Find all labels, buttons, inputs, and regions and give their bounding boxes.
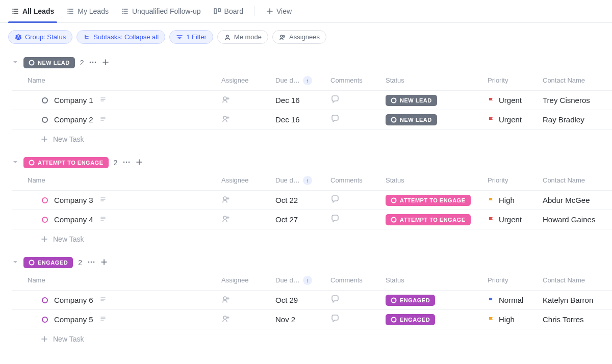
description-icon[interactable] xyxy=(99,196,107,204)
group-add-task-button[interactable] xyxy=(102,59,109,67)
status-pill[interactable]: NEW LEAD xyxy=(23,57,75,68)
col-contact[interactable]: Contact Name xyxy=(543,176,612,184)
table-row[interactable]: Company 2 Dec 16 NEW LEAD Urgent Ray Bra… xyxy=(12,110,612,129)
group-more-button[interactable] xyxy=(89,58,97,68)
due-date[interactable]: Dec 16 xyxy=(275,96,330,105)
col-name[interactable]: Name xyxy=(28,76,221,84)
priority-cell[interactable]: Urgent xyxy=(488,115,543,124)
sort-asc-icon[interactable]: ↑ xyxy=(303,276,312,285)
col-contact[interactable]: Contact Name xyxy=(543,76,612,84)
group-more-button[interactable] xyxy=(122,158,131,168)
due-date[interactable]: Oct 29 xyxy=(275,296,330,304)
col-assignee[interactable]: Assignee xyxy=(221,176,275,184)
status-dot-icon[interactable] xyxy=(41,96,49,105)
new-task-button[interactable]: New Task xyxy=(28,335,221,343)
col-status[interactable]: Status xyxy=(386,276,488,284)
contact-name[interactable]: Abdur McGee xyxy=(543,196,612,204)
description-icon[interactable] xyxy=(99,215,107,224)
comments-cell[interactable] xyxy=(330,195,386,205)
me-mode-chip[interactable]: Me mode xyxy=(217,30,268,44)
col-comments[interactable]: Comments xyxy=(330,276,386,284)
comments-cell[interactable] xyxy=(330,95,386,106)
col-priority[interactable]: Priority xyxy=(488,76,543,84)
task-name[interactable]: Company 3 xyxy=(54,196,93,204)
new-task-button[interactable]: New Task xyxy=(28,135,221,143)
col-status[interactable]: Status xyxy=(386,176,488,184)
new-task-button[interactable]: New Task xyxy=(28,235,221,243)
task-name[interactable]: Company 5 xyxy=(54,315,93,324)
due-date[interactable]: Dec 16 xyxy=(275,115,330,124)
contact-name[interactable]: Chris Torres xyxy=(543,315,612,324)
group-chip[interactable]: Group: Status xyxy=(8,30,72,44)
description-icon[interactable] xyxy=(99,115,107,124)
col-contact[interactable]: Contact Name xyxy=(543,276,612,284)
comments-cell[interactable] xyxy=(330,314,386,325)
priority-cell[interactable]: Normal xyxy=(488,296,543,304)
col-name[interactable]: Name xyxy=(28,176,221,184)
status-cell[interactable]: NEW LEAD xyxy=(386,95,488,106)
contact-name[interactable]: Howard Gaines xyxy=(543,215,612,224)
comments-cell[interactable] xyxy=(330,214,386,225)
task-name[interactable]: Company 4 xyxy=(54,215,93,224)
priority-cell[interactable]: Urgent xyxy=(488,96,543,105)
comments-cell[interactable] xyxy=(330,114,386,125)
group-add-task-button[interactable] xyxy=(100,258,108,267)
assignee-cell[interactable] xyxy=(221,314,275,325)
collapse-toggle[interactable] xyxy=(12,159,18,167)
priority-cell[interactable]: High xyxy=(488,196,543,204)
col-name[interactable]: Name xyxy=(28,276,221,284)
status-cell[interactable]: ATTEMPT TO ENGAGE xyxy=(386,195,488,206)
status-cell[interactable]: NEW LEAD xyxy=(386,114,488,125)
status-cell[interactable]: ENGAGED xyxy=(386,314,488,325)
assignee-cell[interactable] xyxy=(221,114,275,125)
due-date[interactable]: Oct 27 xyxy=(275,215,330,224)
priority-cell[interactable]: High xyxy=(488,315,543,324)
assignee-cell[interactable] xyxy=(221,195,275,205)
contact-name[interactable]: Trey Cisneros xyxy=(543,96,612,105)
col-assignee[interactable]: Assignee xyxy=(221,276,275,284)
status-cell[interactable]: ENGAGED xyxy=(386,295,488,306)
sort-asc-icon[interactable]: ↑ xyxy=(303,176,312,185)
col-comments[interactable]: Comments xyxy=(330,176,386,184)
due-date[interactable]: Oct 22 xyxy=(275,196,330,204)
priority-cell[interactable]: Urgent xyxy=(488,215,543,224)
assignees-chip[interactable]: Assignees xyxy=(272,30,326,44)
col-due-date[interactable]: Due d… ↑ xyxy=(275,76,330,85)
assignee-cell[interactable] xyxy=(221,295,275,305)
assignee-cell[interactable] xyxy=(221,95,275,106)
description-icon[interactable] xyxy=(99,296,107,304)
description-icon[interactable] xyxy=(99,315,107,324)
col-priority[interactable]: Priority xyxy=(488,176,543,184)
status-dot-icon[interactable] xyxy=(41,196,49,204)
status-dot-icon[interactable] xyxy=(41,116,49,124)
sort-asc-icon[interactable]: ↑ xyxy=(303,76,312,85)
status-dot-icon[interactable] xyxy=(41,216,49,224)
col-due-date[interactable]: Due d… ↑ xyxy=(275,176,330,185)
col-status[interactable]: Status xyxy=(386,76,488,84)
table-row[interactable]: Company 5 Nov 2 ENGAGED High Chris Torre… xyxy=(12,310,612,329)
col-priority[interactable]: Priority xyxy=(488,276,543,284)
col-assignee[interactable]: Assignee xyxy=(221,76,275,84)
status-dot-icon[interactable] xyxy=(41,296,49,304)
filter-chip[interactable]: 1 Filter xyxy=(169,30,213,44)
contact-name[interactable]: Katelyn Barron xyxy=(543,296,612,304)
collapse-toggle[interactable] xyxy=(12,59,18,67)
table-row[interactable]: Company 4 Oct 27 ATTEMPT TO ENGAGE Urgen… xyxy=(12,210,612,229)
add-view-button[interactable]: View xyxy=(263,3,295,22)
table-row[interactable]: Company 1 Dec 16 NEW LEAD Urgent Trey Ci… xyxy=(12,91,612,110)
tab-all-leads[interactable]: All Leads xyxy=(8,3,57,22)
tab-unqualified-followup[interactable]: Unqualified Follow-up xyxy=(118,3,204,22)
table-row[interactable]: Company 6 Oct 29 ENGAGED Normal Katelyn … xyxy=(12,291,612,310)
task-name[interactable]: Company 2 xyxy=(54,115,93,124)
task-name[interactable]: Company 6 xyxy=(54,296,93,304)
table-row[interactable]: Company 3 Oct 22 ATTEMPT TO ENGAGE High … xyxy=(12,191,612,210)
group-add-task-button[interactable] xyxy=(136,159,143,167)
status-cell[interactable]: ATTEMPT TO ENGAGE xyxy=(386,214,488,225)
comments-cell[interactable] xyxy=(330,295,386,305)
group-more-button[interactable] xyxy=(87,258,95,268)
col-due-date[interactable]: Due d… ↑ xyxy=(275,276,330,285)
task-name[interactable]: Company 1 xyxy=(54,96,93,105)
subtasks-chip[interactable]: Subtasks: Collapse all xyxy=(76,30,165,44)
due-date[interactable]: Nov 2 xyxy=(275,315,330,324)
status-pill[interactable]: ATTEMPT TO ENGAGE xyxy=(23,157,109,168)
